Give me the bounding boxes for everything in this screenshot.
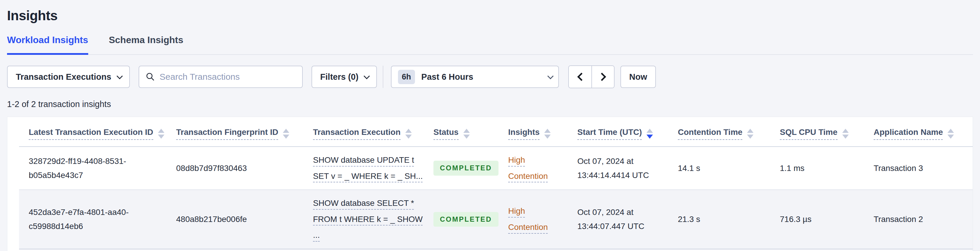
transaction-execution-link[interactable]: SHOW database UPDATE t SET v = _ WHERE k… — [313, 152, 423, 184]
sort-icon — [405, 129, 412, 139]
column-header-transaction-execution[interactable]: Transaction Execution — [313, 117, 433, 147]
sort-icon — [463, 129, 470, 139]
sort-icon — [158, 129, 164, 139]
time-range-dropdown[interactable]: 6h Past 6 Hours — [391, 66, 559, 88]
now-label: Now — [629, 72, 647, 82]
high-contention-link[interactable]: High Contention — [508, 203, 548, 235]
cell-fingerprint-id: 08d8b7d97f830463 — [176, 147, 313, 190]
time-step-buttons — [568, 66, 614, 88]
cell-execution-id: 328729d2-ff19-4408-8531- b05a5b4e43c7 — [19, 147, 176, 190]
status-badge: COMPLETED — [433, 161, 498, 175]
sort-icon — [947, 129, 954, 139]
tab-bar: Workload Insights Schema Insights — [7, 35, 973, 55]
insight-type-dropdown[interactable]: Transaction Executions — [7, 66, 130, 88]
cell-execution-id: 452da3e7-e7fa-4801-aa40- c59988d14eb6 — [19, 190, 176, 249]
now-button[interactable]: Now — [620, 66, 656, 88]
chevron-left-icon — [577, 73, 585, 81]
cell-fingerprint-id: 480a8b217be006fe — [176, 190, 313, 249]
column-header-application-name[interactable]: Application Name — [873, 117, 973, 147]
cell-start-time: Oct 07, 2024 at 13:44:14.4414 UTC — [578, 147, 678, 190]
sort-icon — [842, 129, 849, 139]
time-range-badge: 6h — [398, 70, 415, 84]
tab-schema-insights[interactable]: Schema Insights — [109, 35, 183, 55]
cell-contention-time: 14.1 s — [678, 147, 780, 190]
table-row: 452da3e7-e7fa-4801-aa40- c59988d14eb6 48… — [19, 190, 973, 249]
table-row: 328729d2-ff19-4408-8531- b05a5b4e43c7 08… — [19, 147, 973, 190]
column-header-start-time[interactable]: Start Time (UTC) — [578, 117, 678, 147]
cell-start-time: Oct 07, 2024 at 13:44:07.447 UTC — [578, 190, 678, 249]
sort-icon — [283, 129, 289, 139]
column-header-sql-cpu-time[interactable]: SQL CPU Time — [780, 117, 873, 147]
time-range-label: Past 6 Hours — [422, 72, 473, 82]
column-header-latest-transaction-execution-id[interactable]: Latest Transaction Execution ID — [19, 117, 176, 147]
sort-icon — [747, 129, 754, 139]
cell-application-name: Transaction 2 — [873, 190, 973, 249]
cell-sql-cpu-time: 1.1 ms — [780, 147, 873, 190]
chevron-down-icon — [364, 73, 370, 79]
chevron-right-icon — [598, 73, 606, 81]
high-contention-link[interactable]: High Contention — [508, 152, 548, 184]
sort-icon-active-desc — [646, 129, 653, 139]
sort-icon — [544, 129, 550, 139]
toolbar-divider — [383, 66, 383, 88]
insights-page: Insights Workload Insights Schema Insigh… — [0, 0, 980, 251]
column-header-transaction-fingerprint-id[interactable]: Transaction Fingerprint ID — [176, 117, 313, 147]
page-title: Insights — [7, 0, 973, 24]
table-header-row: Latest Transaction Execution ID Transact… — [19, 117, 973, 147]
toolbar: Transaction Executions Filters (0) 6h Pa… — [7, 66, 973, 88]
search-icon — [146, 72, 155, 82]
cell-contention-time: 21.3 s — [678, 190, 780, 249]
filters-dropdown[interactable]: Filters (0) — [312, 66, 377, 88]
column-header-status[interactable]: Status — [433, 117, 508, 147]
chevron-down-icon — [116, 73, 123, 79]
search-input[interactable] — [160, 72, 296, 82]
search-box[interactable] — [138, 66, 303, 88]
tab-workload-insights[interactable]: Workload Insights — [7, 35, 88, 55]
results-count: 1-2 of 2 transaction insights — [7, 99, 973, 109]
status-badge: COMPLETED — [433, 212, 498, 227]
filters-label: Filters (0) — [320, 72, 359, 82]
prev-time-button[interactable] — [569, 66, 592, 88]
chevron-down-icon — [547, 73, 554, 79]
transaction-execution-link[interactable]: SHOW database SELECT * FROM t WHERE k = … — [313, 195, 423, 243]
column-header-insights[interactable]: Insights — [508, 117, 578, 147]
column-header-contention-time[interactable]: Contention Time — [678, 117, 780, 147]
transaction-insights-table: Latest Transaction Execution ID Transact… — [19, 117, 973, 249]
insight-type-label: Transaction Executions — [16, 72, 111, 82]
cell-application-name: Transaction 3 — [873, 147, 973, 190]
next-time-button[interactable] — [592, 66, 614, 88]
cell-sql-cpu-time: 716.3 µs — [780, 190, 873, 249]
insights-table-card: Latest Transaction Execution ID Transact… — [7, 117, 973, 251]
